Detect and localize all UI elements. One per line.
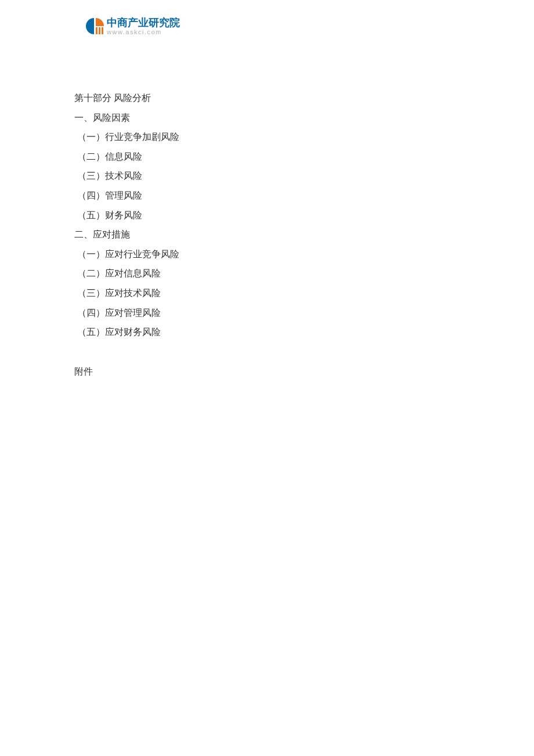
group2-item: （二）应对信息风险 xyxy=(74,264,460,283)
document-content: 第十部分 风险分析 一、风险因素 （一）行业竞争加剧风险 （二）信息风险 （三）… xyxy=(74,88,460,381)
logo-cn-text: 中商产业研究院 xyxy=(107,17,180,28)
document-page: 中商产业研究院 www.askci.com 第十部分 风险分析 一、风险因素 （… xyxy=(0,0,534,381)
section-title: 第十部分 风险分析 xyxy=(74,88,460,108)
logo-area: 中商产业研究院 www.askci.com xyxy=(85,16,460,36)
svg-rect-0 xyxy=(96,27,98,34)
group2-item: （三）应对技术风险 xyxy=(74,283,460,303)
group2-heading: 二、应对措施 xyxy=(74,225,460,244)
svg-rect-2 xyxy=(102,27,103,34)
logo-en-text: www.askci.com xyxy=(107,29,180,35)
group2-item: （四）应对管理风险 xyxy=(74,303,460,323)
group1-item: （一）行业竞争加剧风险 xyxy=(74,127,460,147)
logo-text-block: 中商产业研究院 www.askci.com xyxy=(107,17,180,35)
group2-item: （五）应对财务风险 xyxy=(74,322,460,342)
group1-item: （五）财务风险 xyxy=(74,206,460,225)
logo-icon xyxy=(85,16,104,36)
group1-heading: 一、风险因素 xyxy=(74,108,460,128)
group1-item: （三）技术风险 xyxy=(74,166,460,186)
group1-item: （二）信息风险 xyxy=(74,147,460,167)
svg-rect-1 xyxy=(99,27,100,34)
appendix-label: 附件 xyxy=(74,362,460,381)
group2-item: （一）应对行业竞争风险 xyxy=(74,244,460,264)
group1-item: （四）管理风险 xyxy=(74,186,460,206)
